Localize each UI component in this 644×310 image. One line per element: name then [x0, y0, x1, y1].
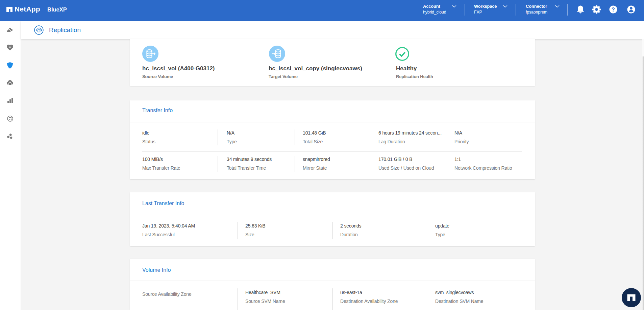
- svg-text:?: ?: [612, 7, 615, 13]
